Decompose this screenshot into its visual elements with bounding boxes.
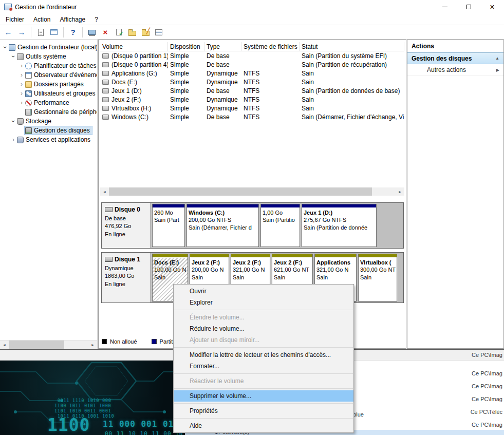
file-location: Ce PC\Imag <box>472 370 502 376</box>
volume-row-disque-0-partition-4[interactable]: (Disque 0 partition 4)SimpleDe baseSain … <box>100 60 404 69</box>
partition-size: 100,00 Go N <box>154 266 186 273</box>
scroll-left-arrow-icon[interactable]: ◄ <box>100 187 109 196</box>
disk-type: De base <box>105 215 147 222</box>
list-view-button[interactable] <box>153 26 165 39</box>
volume-table-scrollbar[interactable]: ◄ ► <box>100 187 404 196</box>
partition-virtualbox[interactable]: VIrtualbox (300,00 Go NTSain <box>358 254 397 301</box>
collapse-icon[interactable]: › <box>10 53 16 60</box>
menubar-item-action[interactable]: Action <box>29 15 55 24</box>
table-scrollbar-track[interactable] <box>372 187 396 196</box>
chevron-right-icon[interactable]: ▶ <box>496 68 499 72</box>
column-header-statut[interactable]: Statut <box>300 42 404 51</box>
context-menu-item-aide[interactable]: Aide <box>174 420 353 431</box>
tree-item-task-scheduler[interactable]: ›Planificateur de tâches <box>0 61 97 70</box>
tree-scrollbar-track[interactable] <box>64 341 88 349</box>
background-row-location: Ce PC\Imag <box>472 352 502 358</box>
legend-label: Non alloué <box>110 338 137 345</box>
expand-icon[interactable]: › <box>18 90 25 97</box>
delete-volume-button[interactable]: × <box>99 26 111 39</box>
export-list-button[interactable] <box>34 26 47 39</box>
menubar-item-help[interactable]: ? <box>90 15 103 24</box>
tree-item-label: Gestion des disques <box>34 127 90 134</box>
volume-row-jeux-1-d[interactable]: Jeux 1 (D:)SimpleDe baseNTFSSain (Partit… <box>100 86 404 95</box>
scroll-left-arrow-icon[interactable]: ◄ <box>0 341 9 349</box>
context-menu-item-etendre-le-volume[interactable]: Étendre le volume... <box>174 312 353 323</box>
context-menu-item-ajouter-un-disque-miroir[interactable]: Ajouter un disque miroir... <box>174 334 353 346</box>
tree-item-performance[interactable]: ›Performance <box>0 98 97 107</box>
partition-1-00-go[interactable]: 1,00 GoSain (Partitio <box>260 204 300 247</box>
partition-260-mo[interactable]: 260 MoSain (Part <box>152 204 185 247</box>
volume-row-disque-0-partition-1[interactable]: (Disque 0 partition 1)SimpleDe baseSain … <box>100 51 404 60</box>
partition-size: 260 Mo <box>154 209 183 216</box>
disk-header[interactable]: Disque 0De base476,92 GoEn ligne <box>102 203 151 248</box>
scroll-right-arrow-icon[interactable]: ► <box>396 187 404 196</box>
table-scrollbar-thumb[interactable] <box>109 187 372 196</box>
context-menu-item-explorer[interactable]: Explorer <box>174 297 353 308</box>
chevron-up-icon[interactable]: ▲ <box>495 56 499 61</box>
partition-size: 275,67 Go NTFS <box>304 216 375 223</box>
close-button[interactable]: × <box>480 0 504 14</box>
collapse-icon[interactable]: › <box>10 118 16 124</box>
drive-icon <box>102 97 109 102</box>
context-menu-item-reduire-le-volume[interactable]: Réduire le volume... <box>174 323 353 334</box>
action-item-autres-actions[interactable]: Autres actions▶ <box>407 64 503 76</box>
expand-icon[interactable]: › <box>18 63 25 69</box>
tree-item-storage[interactable]: ›Stockage <box>0 117 97 126</box>
expand-icon[interactable]: › <box>18 72 25 78</box>
disk-header[interactable]: Disque 1Dynamique1863,00 GoEn ligne <box>102 253 151 302</box>
volume-cell: Jeux 1 (D:) <box>100 87 168 94</box>
up-folder-button[interactable] <box>126 26 138 39</box>
partition-jeux-1-d[interactable]: Jeux 1 (D:)275,67 Go NTFSSain (Partition… <box>302 204 377 247</box>
action-item-gestion-des-disques[interactable]: Gestion des disques▲ <box>407 52 503 64</box>
menubar-item-fichier[interactable]: Fichier <box>1 15 29 24</box>
minimize-button[interactable] <box>433 0 457 14</box>
expand-icon[interactable]: › <box>10 137 16 143</box>
partition-windows-c[interactable]: Windows (C:)200,00 Go NTFSSain (Démarrer… <box>186 204 259 247</box>
volume-row-windows-c[interactable]: Windows (C:)SimpleDe baseNTFSSain (Démar… <box>100 112 404 121</box>
tree-item-device-manager[interactable]: Gestionnaire de périphé <box>0 107 97 117</box>
wallpaper-binary-text: 1100 1011 0101 1000 <box>54 404 111 408</box>
cell-statut: Sain (Partition du système EFI) <box>300 52 404 60</box>
screen-button[interactable] <box>86 26 98 39</box>
volume-row-docs-e[interactable]: Docs (E:)SimpleDynamiqueNTFSSain <box>100 78 404 86</box>
context-menu-item-formater[interactable]: Formater... <box>174 361 353 372</box>
show-window-button[interactable] <box>48 26 60 39</box>
cell-type: De base <box>204 87 241 94</box>
volume-row-jeux-2-f[interactable]: Jeux 2 (F:)SimpleDynamiqueNTFSSain <box>100 95 404 104</box>
tree-item-system-tools[interactable]: ›Outils système <box>0 52 97 61</box>
tree-scrollbar-thumb[interactable] <box>9 341 64 349</box>
edit-folder-button[interactable] <box>139 26 152 39</box>
column-header-type[interactable]: Type <box>204 42 241 51</box>
check-doc-button[interactable] <box>113 26 125 39</box>
expand-icon[interactable]: › <box>18 81 25 87</box>
menubar-item-affichage[interactable]: Affichage <box>55 15 90 24</box>
column-header-systeme-de-fichiers[interactable]: Système de fichiers <box>241 42 300 51</box>
maximize-button[interactable] <box>457 0 480 14</box>
help-icon: ? <box>70 28 75 36</box>
tree-item-services-applications[interactable]: ›Services et applications <box>0 135 97 144</box>
volume-row-virtualbox-h[interactable]: VIrtualbox (H:)SimpleDynamiqueNTFSSain <box>100 104 404 112</box>
context-menu-item-supprimer-le-volume[interactable]: Supprimer le volume... <box>174 390 353 402</box>
cell-statut: Sain (Démarrer, Fichier d'échange, Vic <box>300 114 404 121</box>
partition-size: 321,00 Go N <box>233 266 268 273</box>
tree-item-shared-folders[interactable]: ›Dossiers partagés <box>0 80 97 89</box>
column-header-volume[interactable]: Volume <box>100 42 168 51</box>
context-menu-item-reactiver-le-volume[interactable]: Réactiver le volume <box>174 375 353 387</box>
context-menu-item-ouvrir[interactable]: Ouvrir <box>174 286 353 297</box>
volume-row-applications-g[interactable]: Applications (G:)SimpleDynamiqueNTFSSain <box>100 69 404 78</box>
scroll-right-arrow-icon[interactable]: ► <box>88 341 97 349</box>
collapse-icon[interactable]: › <box>2 44 8 50</box>
forward-button[interactable]: → <box>15 26 28 39</box>
partition-color-bar <box>190 254 229 258</box>
tree-item-disk-management[interactable]: Gestion des disques <box>0 126 97 135</box>
help-button[interactable]: ? <box>67 26 79 39</box>
context-menu-item-modifier-la-lettre-de-lecteur-et-les-chemins-d-acces[interactable]: Modifier la lettre de lecteur et les che… <box>174 349 353 361</box>
tree-horizontal-scrollbar[interactable]: ◄ ► <box>0 340 97 349</box>
tree-item-computer-management-local[interactable]: ›Gestion de l'ordinateur (local) <box>0 43 97 52</box>
expand-icon[interactable]: › <box>18 100 25 106</box>
tree-item-event-viewer[interactable]: ›Observateur d'événeme <box>0 70 97 80</box>
back-button[interactable]: ← <box>2 26 14 39</box>
context-menu-item-proprietes[interactable]: Propriétés <box>174 405 353 417</box>
column-header-disposition[interactable]: Disposition <box>168 42 204 51</box>
tree-item-local-users-groups[interactable]: ›Utilisateurs et groupes l <box>0 89 97 98</box>
